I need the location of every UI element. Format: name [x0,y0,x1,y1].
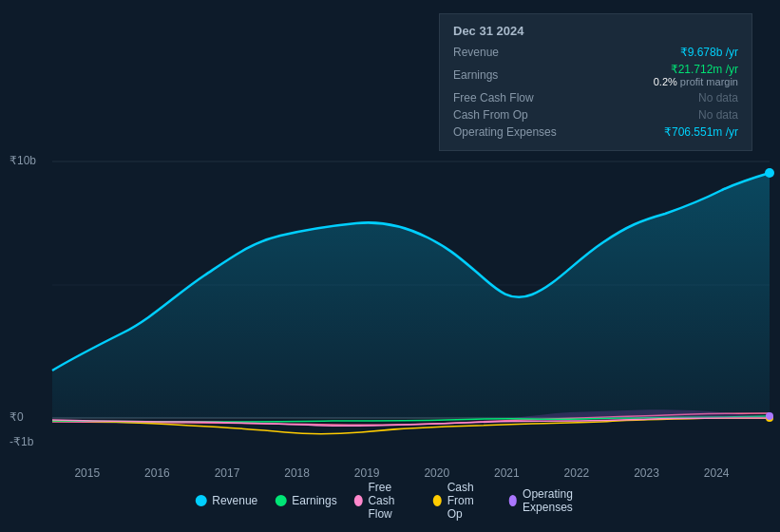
x-label-2024: 2024 [704,466,730,480]
y-label-neg: -₹1b [10,435,33,448]
tooltip-label-opex: Operating Expenses [453,125,567,139]
tooltip-row-fcf: Free Cash Flow No data [453,89,738,106]
x-label-2021: 2021 [494,466,520,480]
tooltip-row-earnings: Earnings ₹21.712m /yr 0.2% profit margin [453,61,738,89]
x-label-2017: 2017 [215,466,240,480]
tooltip-value-opex: ₹706.551m /yr [664,125,738,139]
tooltip-box: Dec 31 2024 Revenue ₹9.678b /yr Earnings… [439,13,752,151]
x-label-2023: 2023 [634,466,659,480]
tooltip-label-revenue: Revenue [453,46,567,59]
tooltip-date: Dec 31 2024 [453,24,738,38]
legend-label-fcf: Free Cash Flow [368,481,415,521]
x-label-2019: 2019 [354,466,380,480]
legend-item-revenue[interactable]: Revenue [195,494,257,507]
x-label-2018: 2018 [284,466,310,480]
legend-label-earnings: Earnings [292,494,336,507]
y-label-zero: ₹0 [10,410,24,424]
legend-dot-revenue [195,495,206,506]
x-label-2016: 2016 [144,466,170,480]
legend-item-earnings[interactable]: Earnings [275,494,336,507]
tooltip-row-revenue: Revenue ₹9.678b /yr [453,44,738,61]
legend-label-revenue: Revenue [212,494,257,507]
legend-item-opex[interactable]: Operating Expenses [508,487,584,514]
legend-item-cashfromop[interactable]: Cash From Op [433,481,491,521]
chart-container: ₹10b ₹0 -₹1b Dec 31 2024 Revenue ₹9.678b… [0,0,780,532]
tooltip-profit-margin: 0.2% profit margin [654,76,738,87]
tooltip-label-earnings: Earnings [453,68,567,82]
tooltip-value-cashfromop: No data [698,108,738,122]
tooltip-row-cashfromop: Cash From Op No data [453,106,738,124]
x-label-2022: 2022 [564,466,590,480]
legend-label-opex: Operating Expenses [523,487,585,514]
x-label-2020: 2020 [424,466,449,480]
legend-label-cashfromop: Cash From Op [447,481,492,521]
svg-point-6 [766,412,773,420]
svg-point-4 [765,168,774,178]
legend: Revenue Earnings Free Cash Flow Cash Fro… [195,481,585,521]
x-axis: 2015 2016 2017 2018 2019 2020 2021 2022 … [0,466,780,480]
tooltip-value-revenue: ₹9.678b /yr [680,46,738,59]
tooltip-label-fcf: Free Cash Flow [453,91,567,104]
legend-dot-opex [508,495,517,506]
tooltip-value-fcf: No data [698,91,738,104]
tooltip-row-opex: Operating Expenses ₹706.551m /yr [453,124,738,141]
legend-dot-earnings [275,495,286,506]
legend-item-fcf[interactable]: Free Cash Flow [354,481,416,521]
legend-dot-fcf [354,495,363,506]
legend-dot-cashfromop [433,495,442,506]
tooltip-value-earnings: ₹21.712m /yr [654,63,738,76]
y-label-top: ₹10b [10,154,36,167]
x-label-2015: 2015 [74,466,100,480]
tooltip-label-cashfromop: Cash From Op [453,108,567,122]
